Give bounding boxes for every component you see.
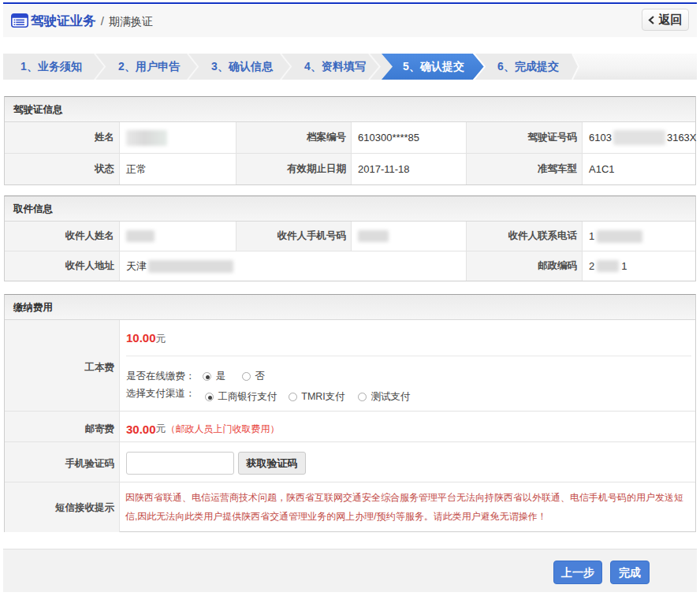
svg-text:2、用户申告: 2、用户申告	[118, 60, 181, 73]
svg-text:3、确认信息: 3、确认信息	[211, 60, 274, 73]
svg-text:6、完成提交: 6、完成提交	[497, 60, 559, 73]
svg-text:1、业务须知: 1、业务须知	[20, 60, 82, 73]
svg-text:4、资料填写: 4、资料填写	[304, 60, 366, 73]
svg-text:5、确认提交: 5、确认提交	[403, 60, 464, 73]
